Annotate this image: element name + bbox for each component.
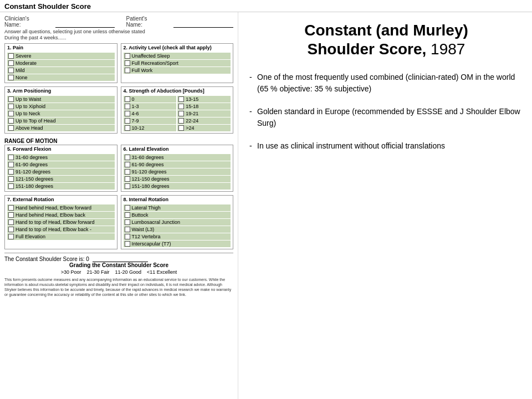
names-row: Clinician's Name: Patient's Name: — [4, 16, 233, 28]
checkbox[interactable] — [125, 125, 130, 131]
form-header: Clinician's Name: Patient's Name: Answer… — [4, 16, 233, 40]
grading-fair: 21-30 Fair — [86, 269, 109, 275]
checkbox[interactable] — [8, 96, 14, 102]
option-label: Waist (L3) — [132, 227, 155, 232]
option-label: Above Head — [16, 125, 43, 131]
list-item: Moderate — [7, 60, 115, 66]
checkbox[interactable] — [178, 125, 184, 131]
forward-flexion-options: 31-60 degrees 61-90 degrees 91-120 degre… — [5, 153, 117, 191]
checkbox[interactable] — [8, 75, 14, 80]
list-item: 19-21 — [177, 110, 231, 117]
form-period: During the past 4 weeks...... — [4, 35, 233, 40]
list-item: Hand to top of Head, Elbow back - — [7, 226, 115, 233]
option-label: Full Work — [132, 68, 153, 73]
checkbox[interactable] — [178, 104, 184, 109]
option-label: 13-15 — [186, 96, 198, 102]
checkbox[interactable] — [178, 111, 184, 116]
checkbox[interactable] — [8, 53, 14, 59]
internal-rotation-options: Lateral Thigh Buttock Lumbosacral Juncti… — [121, 203, 233, 249]
checkbox[interactable] — [125, 155, 130, 160]
checkbox[interactable] — [125, 68, 130, 73]
checkbox[interactable] — [8, 205, 14, 211]
list-item: Lateral Thigh — [124, 204, 231, 211]
checkbox[interactable] — [8, 183, 14, 189]
option-label: 91-120 degrees — [132, 169, 167, 175]
checkbox[interactable] — [8, 212, 14, 218]
grading-cells: >30 Poor 21-30 Fair 11-20 Good <11 Excel… — [4, 269, 233, 275]
checkbox[interactable] — [125, 118, 130, 124]
option-label: 10-12 — [132, 125, 145, 131]
option-label: Up to Xiphoid — [16, 104, 45, 109]
checkbox[interactable] — [125, 219, 130, 225]
checkbox[interactable] — [8, 227, 14, 232]
checkbox[interactable] — [8, 125, 14, 131]
list-item: Hand behind Head, Elbow forward — [7, 204, 115, 211]
strength-col1: 0 1-3 4-6 7-9 — [124, 96, 177, 132]
list-item: Mild — [7, 67, 115, 74]
list-item: None — [7, 74, 115, 81]
checkbox[interactable] — [178, 118, 184, 124]
checkbox[interactable] — [125, 227, 130, 232]
checkbox[interactable] — [125, 53, 130, 59]
list-item: In use as clinical instrument without of… — [252, 140, 521, 152]
checkbox[interactable] — [125, 234, 130, 239]
forward-flexion-title: 5. Forward Flexion — [5, 145, 117, 153]
checkbox[interactable] — [125, 60, 130, 66]
checkbox[interactable] — [8, 60, 14, 66]
checkbox[interactable] — [8, 104, 14, 109]
checkbox[interactable] — [125, 96, 130, 102]
checkbox[interactable] — [125, 111, 130, 116]
checkbox[interactable] — [8, 176, 14, 182]
rotation-row: 7. External Rotation Hand behind Head, E… — [4, 195, 233, 249]
list-item: 121-150 degrees — [124, 176, 231, 182]
strength-section: 4. Strength of Abduction [Pounds] 0 1-3 — [121, 86, 234, 134]
list-item: 15-18 — [177, 103, 231, 110]
checkbox[interactable] — [125, 241, 130, 247]
option-label: 0 — [132, 96, 135, 102]
list-item: Up to Waist — [7, 96, 115, 103]
activity-title: 2. Activity Level (check all that apply) — [121, 44, 233, 52]
option-label: Mild — [16, 68, 25, 73]
checkbox[interactable] — [125, 104, 130, 109]
grading-title: Grading the Constant Shoulder Score — [4, 262, 233, 268]
checkbox[interactable] — [125, 205, 130, 211]
checkbox[interactable] — [8, 162, 14, 167]
option-label: Hand to top of Head, Elbow back - — [16, 227, 91, 232]
option-label: Buttock — [132, 212, 149, 218]
option-label: Moderate — [16, 60, 37, 66]
checkbox[interactable] — [125, 162, 130, 167]
checkbox[interactable] — [8, 111, 14, 116]
lateral-elevation-section: 6. Lateral Elevation 31-60 degrees 61-90… — [121, 145, 234, 192]
checkbox[interactable] — [8, 219, 14, 225]
pain-title: 1. Pain — [5, 44, 117, 52]
clinician-label: Clinician's Name: — [4, 16, 43, 28]
patient-underline — [173, 16, 233, 28]
option-label: Interscapular (T7) — [132, 241, 171, 247]
list-item: 151-180 degrees — [124, 183, 231, 190]
checkbox[interactable] — [8, 68, 14, 73]
grading-range: >30 Poor — [61, 269, 81, 275]
checkbox[interactable] — [8, 234, 14, 239]
grading-excellent: <11 Excellent — [147, 269, 177, 275]
checkbox[interactable] — [8, 118, 14, 124]
pain-section: 1. Pain Severe Moderate Mild — [4, 43, 117, 83]
option-label: Full Recreation/Sport — [132, 60, 179, 66]
score-label: The Constant Shoulder Score is: 0 — [4, 256, 89, 262]
checkbox[interactable] — [8, 169, 14, 175]
checkbox[interactable] — [125, 183, 130, 189]
right-panel: Constant (and Murley) Shoulder Score, 19… — [238, 12, 532, 399]
checkbox[interactable] — [125, 212, 130, 218]
score-line: The Constant Shoulder Score is: 0 — [4, 255, 233, 262]
checkbox[interactable] — [8, 155, 14, 160]
option-label: 91-120 degrees — [16, 169, 50, 175]
title-line2: Shoulder Score, — [308, 40, 427, 58]
form-instruction: Answer all questions, selecting just one… — [4, 29, 233, 34]
option-label: Hand to top of Head, Elbow forward — [16, 219, 95, 225]
option-label: 31-60 degrees — [132, 155, 164, 160]
flexion-elevation-row: 5. Forward Flexion 31-60 degrees 61-90 d… — [4, 145, 233, 192]
checkbox[interactable] — [178, 96, 184, 102]
list-item: Buttock — [124, 212, 231, 218]
checkbox[interactable] — [125, 169, 130, 175]
option-label: Unaffected Sleep — [132, 53, 170, 59]
checkbox[interactable] — [125, 176, 130, 182]
